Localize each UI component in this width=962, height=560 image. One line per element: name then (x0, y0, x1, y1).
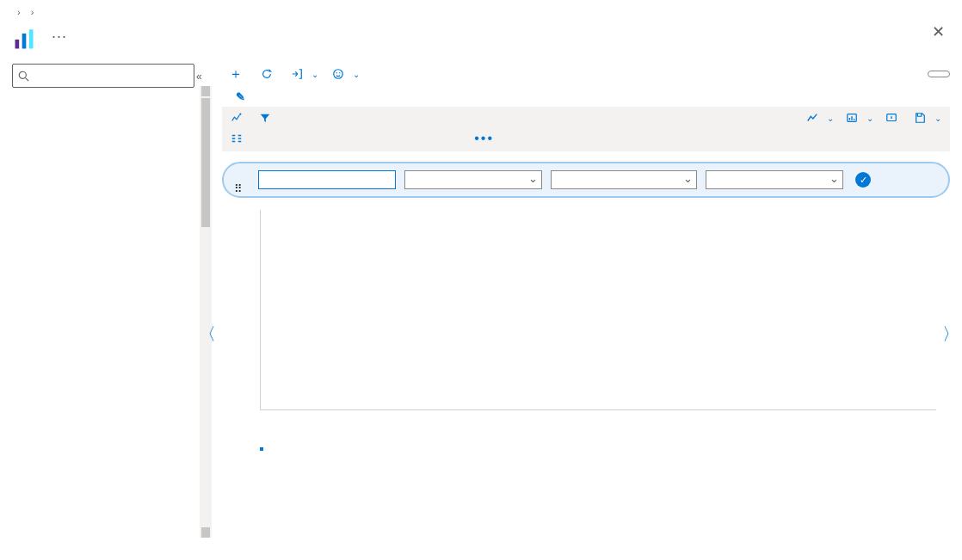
share-icon (291, 68, 303, 80)
prev-chart-button[interactable]: 〈 (198, 317, 217, 351)
sidebar: « (0, 58, 196, 545)
refresh-icon (261, 68, 273, 80)
drag-handle-icon[interactable]: ⠿ (234, 182, 243, 195)
namespace-dropdown[interactable] (404, 170, 542, 189)
metrics-resource-icon (12, 28, 36, 52)
add-metric-button[interactable] (231, 112, 247, 124)
refresh-button[interactable] (254, 62, 284, 86)
metric-selector-bar: ⠿ ✓ (222, 162, 950, 198)
next-chart-button[interactable]: 〉 (941, 317, 960, 351)
chevron-down-icon: ⌄ (311, 70, 318, 79)
apply-splitting-button[interactable] (231, 132, 247, 145)
svg-point-8 (239, 114, 241, 115)
metric-dropdown[interactable] (551, 170, 697, 189)
time-range-picker[interactable] (928, 71, 950, 77)
svg-line-4 (26, 77, 29, 81)
chart-type-button[interactable]: ⌄ (806, 112, 834, 124)
chevron-down-icon: ⌄ (866, 114, 873, 123)
save-dashboard-button[interactable]: ⌄ (914, 112, 941, 124)
filter-icon (259, 112, 271, 124)
smiley-icon (332, 68, 344, 80)
chevron-right-icon: › (17, 7, 21, 17)
chart-legend (260, 447, 950, 451)
add-filter-button[interactable] (259, 112, 275, 124)
feedback-button[interactable]: ⌄ (325, 62, 367, 86)
aggregation-dropdown[interactable] (706, 170, 843, 189)
chevron-right-icon: › (31, 7, 34, 17)
scope-input[interactable] (258, 170, 396, 189)
alert-icon (885, 112, 897, 124)
line-chart-icon (806, 112, 818, 124)
apply-check-icon[interactable]: ✓ (855, 172, 871, 188)
chart-title: ✎ (222, 89, 950, 107)
svg-point-6 (336, 72, 337, 73)
more-icon[interactable]: ··· (52, 28, 67, 46)
chevron-down-icon: ⌄ (827, 114, 834, 123)
chevron-down-icon: ⌄ (353, 70, 360, 79)
page-header: ··· ✕ (0, 21, 962, 58)
breadcrumb: › › (0, 0, 962, 21)
new-alert-button[interactable] (885, 112, 902, 124)
main-content: ＋ ⌄ ⌄ ✎ ⌄ ⌄ ⌄ ••• (196, 58, 962, 545)
chart-area (222, 210, 950, 442)
svg-rect-1 (22, 34, 27, 49)
svg-point-5 (334, 70, 343, 79)
close-icon[interactable]: ✕ (927, 22, 950, 41)
y-axis (222, 210, 256, 409)
sparkle-plus-icon (231, 112, 243, 124)
metrics-toolbar: ＋ ⌄ ⌄ (222, 58, 962, 89)
share-button[interactable]: ⌄ (284, 62, 325, 86)
split-icon (231, 132, 243, 145)
svg-rect-0 (15, 40, 20, 49)
chart-toolbar: ⌄ ⌄ ⌄ ••• (222, 107, 950, 151)
metric-chart-card: ✎ ⌄ ⌄ ⌄ ••• ⠿ (222, 89, 950, 451)
save-icon (914, 112, 926, 124)
new-chart-button[interactable]: ＋ (222, 62, 254, 86)
drill-logs-button[interactable]: ⌄ (846, 112, 873, 124)
chart-plot[interactable] (260, 210, 936, 410)
line-series (261, 210, 936, 409)
svg-point-3 (19, 71, 26, 78)
search-input[interactable] (12, 64, 194, 88)
chevron-down-icon: ⌄ (934, 114, 941, 123)
search-icon (18, 71, 29, 82)
svg-point-7 (339, 72, 340, 73)
chart-more-icon[interactable]: ••• (474, 131, 494, 146)
pin-icon[interactable]: ✎ (236, 90, 245, 103)
svg-rect-2 (29, 29, 34, 48)
logs-icon (846, 112, 858, 124)
